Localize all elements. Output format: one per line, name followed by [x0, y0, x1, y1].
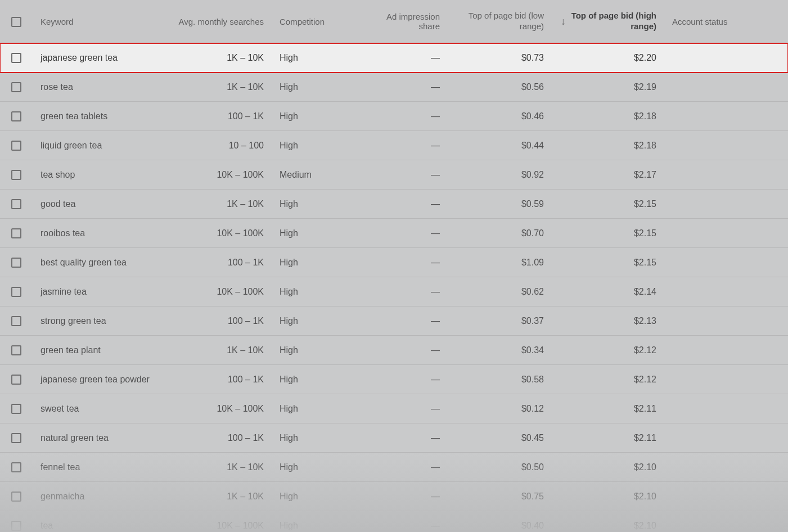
- cell-impression: —: [358, 73, 448, 102]
- checkbox-icon[interactable]: [11, 287, 21, 297]
- row-checkbox[interactable]: [0, 102, 33, 131]
- row-checkbox[interactable]: [0, 306, 33, 336]
- row-checkbox[interactable]: [0, 365, 33, 394]
- cell-keyword: strong green tea: [33, 306, 159, 336]
- checkbox-icon[interactable]: [11, 258, 21, 268]
- table-row[interactable]: japanese green tea1K – 10KHigh—$0.73$2.2…: [0, 43, 788, 73]
- cell-low-bid: $0.62: [448, 277, 552, 306]
- cell-high-bid: $2.17: [552, 160, 664, 190]
- cell-account: [664, 394, 788, 423]
- cell-high-bid: $2.12: [552, 365, 664, 394]
- cell-keyword: japanese green tea powder: [33, 365, 159, 394]
- checkbox-icon[interactable]: [11, 228, 21, 238]
- cell-keyword: rose tea: [33, 73, 159, 102]
- cell-impression: —: [358, 277, 448, 306]
- checkbox-icon[interactable]: [11, 375, 21, 385]
- cell-account: [664, 43, 788, 73]
- table-row[interactable]: tea shop10K – 100KMedium—$0.92$2.17: [0, 160, 788, 190]
- table-row[interactable]: rose tea1K – 10KHigh—$0.56$2.19: [0, 73, 788, 102]
- col-competition[interactable]: Competition: [272, 0, 358, 43]
- row-checkbox[interactable]: [0, 336, 33, 365]
- row-checkbox[interactable]: [0, 131, 33, 160]
- checkbox-icon[interactable]: [11, 82, 21, 92]
- cell-avg: 1K – 10K: [159, 453, 272, 482]
- table-row[interactable]: sweet tea10K – 100KHigh—$0.12$2.11: [0, 394, 788, 423]
- cell-account: [664, 336, 788, 365]
- cell-account: [664, 219, 788, 248]
- checkbox-icon[interactable]: [11, 521, 21, 531]
- row-checkbox[interactable]: [0, 160, 33, 190]
- cell-high-bid: $2.15: [552, 219, 664, 248]
- row-checkbox[interactable]: [0, 453, 33, 482]
- col-account-status[interactable]: Account status: [664, 0, 788, 43]
- table-row[interactable]: rooibos tea10K – 100KHigh—$0.70$2.15: [0, 219, 788, 248]
- checkbox-icon[interactable]: [11, 17, 21, 27]
- cell-low-bid: $0.34: [448, 336, 552, 365]
- cell-account: [664, 102, 788, 131]
- checkbox-icon[interactable]: [11, 316, 21, 326]
- checkbox-icon[interactable]: [11, 433, 21, 443]
- col-low-bid-line1: Top of page bid (low: [469, 11, 544, 20]
- row-checkbox[interactable]: [0, 423, 33, 453]
- cell-high-bid: $2.20: [552, 43, 664, 73]
- table-row[interactable]: jasmine tea10K – 100KHigh—$0.62$2.14: [0, 277, 788, 306]
- row-checkbox[interactable]: [0, 219, 33, 248]
- cell-avg: 100 – 1K: [159, 248, 272, 277]
- table-row[interactable]: strong green tea100 – 1KHigh—$0.37$2.13: [0, 306, 788, 336]
- cell-avg: 10K – 100K: [159, 219, 272, 248]
- checkbox-icon[interactable]: [11, 492, 21, 502]
- table-row[interactable]: fennel tea1K – 10KHigh—$0.50$2.10: [0, 453, 788, 482]
- col-low-bid[interactable]: Top of page bid (low range): [448, 0, 552, 43]
- cell-low-bid: $0.59: [448, 190, 552, 219]
- row-checkbox[interactable]: [0, 248, 33, 277]
- cell-account: [664, 306, 788, 336]
- table-row[interactable]: tea10K – 100KHigh—$0.40$2.10: [0, 511, 788, 533]
- cell-competition: High: [272, 511, 358, 533]
- table-row[interactable]: green tea tablets100 – 1KHigh—$0.46$2.18: [0, 102, 788, 131]
- cell-competition: High: [272, 394, 358, 423]
- cell-competition: High: [272, 248, 358, 277]
- cell-keyword: best quality green tea: [33, 248, 159, 277]
- row-checkbox[interactable]: [0, 482, 33, 511]
- keywords-table[interactable]: Keyword Avg. monthly searches Competitio…: [0, 0, 788, 532]
- table-row[interactable]: best quality green tea100 – 1KHigh—$1.09…: [0, 248, 788, 277]
- table-row[interactable]: liquid green tea10 – 100High—$0.44$2.18: [0, 131, 788, 160]
- checkbox-icon[interactable]: [11, 345, 21, 355]
- row-checkbox[interactable]: [0, 511, 33, 533]
- checkbox-icon[interactable]: [11, 53, 21, 63]
- cell-avg: 1K – 10K: [159, 336, 272, 365]
- cell-account: [664, 190, 788, 219]
- row-checkbox[interactable]: [0, 190, 33, 219]
- cell-high-bid: $2.10: [552, 511, 664, 533]
- checkbox-icon[interactable]: [11, 141, 21, 151]
- col-high-bid[interactable]: ↓ Top of page bid (high range): [552, 0, 664, 43]
- row-checkbox[interactable]: [0, 43, 33, 73]
- table-row[interactable]: genmaicha1K – 10KHigh—$0.75$2.10: [0, 482, 788, 511]
- table-row[interactable]: natural green tea100 – 1KHigh—$0.45$2.11: [0, 423, 788, 453]
- table-row[interactable]: green tea plant1K – 10KHigh—$0.34$2.12: [0, 336, 788, 365]
- checkbox-icon[interactable]: [11, 404, 21, 414]
- cell-high-bid: $2.11: [552, 394, 664, 423]
- col-keyword[interactable]: Keyword: [33, 0, 159, 43]
- cell-impression: —: [358, 453, 448, 482]
- col-avg-searches[interactable]: Avg. monthly searches: [159, 0, 272, 43]
- cell-impression: —: [358, 336, 448, 365]
- row-checkbox[interactable]: [0, 277, 33, 306]
- sort-descending-icon: ↓: [561, 16, 566, 26]
- cell-competition: High: [272, 423, 358, 453]
- table-row[interactable]: japanese green tea powder100 – 1KHigh—$0…: [0, 365, 788, 394]
- cell-avg: 100 – 1K: [159, 423, 272, 453]
- cell-low-bid: $0.44: [448, 131, 552, 160]
- checkbox-icon[interactable]: [11, 111, 21, 121]
- checkbox-icon[interactable]: [11, 199, 21, 209]
- table-row[interactable]: good tea1K – 10KHigh—$0.59$2.15: [0, 190, 788, 219]
- checkbox-icon[interactable]: [11, 170, 21, 180]
- row-checkbox[interactable]: [0, 394, 33, 423]
- cell-low-bid: $0.12: [448, 394, 552, 423]
- cell-account: [664, 160, 788, 190]
- cell-competition: High: [272, 219, 358, 248]
- row-checkbox[interactable]: [0, 73, 33, 102]
- checkbox-icon[interactable]: [11, 462, 21, 472]
- col-impression-share[interactable]: Ad impression share: [358, 0, 448, 43]
- header-select-all[interactable]: [0, 0, 33, 43]
